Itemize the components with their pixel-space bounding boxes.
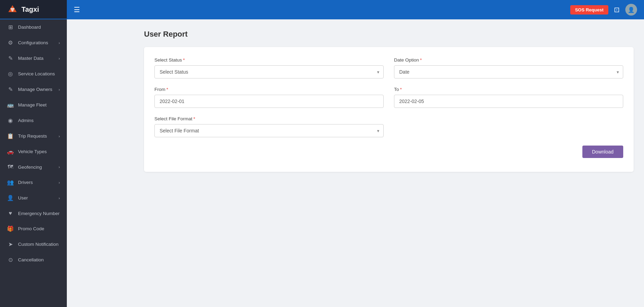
sidebar-item-custom-notification[interactable]: ➤Custom Notification [0,236,67,252]
date-option-wrapper: Date Month Year [394,65,623,78]
sidebar: Tagxi ⊞Dashboard⚙Configurations›✎Master … [0,0,67,307]
select-status-wrapper: Select Status Active Inactive All [154,65,384,78]
sidebar-label-drivers: Drivers [18,180,33,185]
from-group: From* [154,87,384,108]
sidebar-label-manage-owners: Manage Owners [18,87,52,92]
file-format-dropdown[interactable]: Select File Format CSV Excel PDF [154,124,384,137]
user-icon: 👤 [7,195,14,201]
sidebar-item-configurations[interactable]: ⚙Configurations› [0,35,67,50]
drivers-icon: 👥 [7,179,14,186]
sidebar-item-cancellation[interactable]: ⊙Cancellation [0,252,67,268]
sidebar-item-manage-owners[interactable]: ✎Manage Owners› [0,82,67,97]
sidebar-label-admins: Admins [18,118,34,123]
chevron-icon-trip-requests: › [59,134,60,138]
app-name: Tagxi [21,6,39,13]
service-locations-icon: ◎ [7,71,14,77]
from-label: From* [154,87,384,92]
sidebar-label-geofencing: Geofencing [18,165,42,170]
sidebar-label-vehicle-types: Vehicle Types [18,149,47,154]
chevron-icon-master-data: › [59,56,60,61]
file-format-wrapper: Select File Format CSV Excel PDF [154,124,384,137]
required-mark-3: * [167,87,168,92]
sidebar-label-manage-fleet: Manage Fleet [18,102,47,108]
required-mark: * [183,57,185,63]
sidebar-item-manage-fleet[interactable]: 🚌Manage Fleet [0,97,67,113]
sidebar-item-drivers[interactable]: 👥Drivers› [0,175,67,190]
to-input[interactable] [394,95,623,108]
configurations-icon: ⚙ [7,39,14,46]
form-row-2: From* To* [154,87,623,108]
sidebar-item-user[interactable]: 👤User› [0,190,67,206]
sidebar-item-geofencing[interactable]: 🗺Geofencing› [0,159,67,175]
required-mark-2: * [420,57,422,63]
sidebar-item-vehicle-types[interactable]: 🚗Vehicle Types [0,144,67,159]
date-option-label: Date Option* [394,57,623,63]
chevron-icon-geofencing: › [59,165,60,169]
hamburger-icon[interactable]: ☰ [74,6,80,14]
sos-request-button[interactable]: SOS Request [570,5,608,15]
sidebar-label-emergency-number: Emergency Number [18,211,60,216]
sidebar-item-admins[interactable]: ◉Admins [0,113,67,128]
sidebar-item-promo-code[interactable]: 🎁Promo Code [0,221,67,236]
chevron-icon-manage-owners: › [59,87,60,92]
select-status-group: Select Status* Select Status Active Inac… [154,57,384,78]
manage-fleet-icon: 🚌 [7,102,14,108]
sidebar-label-trip-requests: Trip Requests [18,133,47,139]
topbar-right: SOS Request ⊡ 👤 [570,4,637,16]
sidebar-label-dashboard: Dashboard [18,25,41,30]
file-format-group: Select File Format* Select File Format C… [154,116,384,137]
admins-icon: ◉ [7,117,14,124]
file-format-label: Select File Format* [154,116,384,121]
trip-requests-icon: 📋 [7,133,14,139]
sidebar-item-trip-requests[interactable]: 📋Trip Requests› [0,128,67,144]
sidebar-item-dashboard[interactable]: ⊞Dashboard [0,19,67,35]
sidebar-label-custom-notification: Custom Notification [18,242,59,247]
form-row-1: Select Status* Select Status Active Inac… [154,57,623,78]
sidebar-label-cancellation: Cancellation [18,257,44,262]
promo-code-icon: 🎁 [7,225,14,232]
page-title: User Report [144,30,634,39]
from-input[interactable] [154,95,384,108]
sidebar-label-user: User [18,195,28,201]
sidebar-label-configurations: Configurations [18,40,48,45]
main-content: User Report Select Status* Select Status… [134,19,644,307]
form-actions: Download [154,146,623,158]
sidebar-label-service-locations: Service Locations [18,71,55,76]
select-status-label: Select Status* [154,57,384,63]
placeholder-group [394,116,623,137]
user-report-form-card: Select Status* Select Status Active Inac… [144,47,634,172]
date-option-group: Date Option* Date Month Year [394,57,623,78]
avatar[interactable]: 👤 [625,4,637,16]
download-button[interactable]: Download [582,146,623,158]
sidebar-item-service-locations[interactable]: ◎Service Locations [0,66,67,82]
to-label: To* [394,87,623,92]
date-option-dropdown[interactable]: Date Month Year [394,65,623,78]
chevron-icon-configurations: › [59,41,60,45]
select-status-dropdown[interactable]: Select Status Active Inactive All [154,65,384,78]
cancellation-icon: ⊙ [7,257,14,263]
topbar: ☰ SOS Request ⊡ 👤 [67,0,644,19]
manage-owners-icon: ✎ [7,86,14,93]
sidebar-item-emergency-number[interactable]: ♥Emergency Number [0,206,67,221]
master-data-icon: ✎ [7,55,14,62]
to-group: To* [394,87,623,108]
emergency-number-icon: ♥ [7,210,14,216]
form-row-3: Select File Format* Select File Format C… [154,116,623,137]
sidebar-item-master-data[interactable]: ✎Master Data› [0,50,67,66]
vehicle-types-icon: 🚗 [7,148,14,155]
translate-icon[interactable]: ⊡ [614,6,620,14]
sidebar-label-master-data: Master Data [18,56,44,61]
tagxi-logo-icon [7,4,18,15]
chevron-icon-user: › [59,196,60,200]
geofencing-icon: 🗺 [7,164,14,170]
chevron-icon-drivers: › [59,180,60,185]
custom-notification-icon: ➤ [7,241,14,248]
dashboard-icon: ⊞ [7,24,14,30]
sidebar-label-promo-code: Promo Code [18,226,44,231]
required-mark-5: * [194,116,195,121]
sidebar-logo: Tagxi [0,0,67,19]
required-mark-4: * [400,87,402,92]
